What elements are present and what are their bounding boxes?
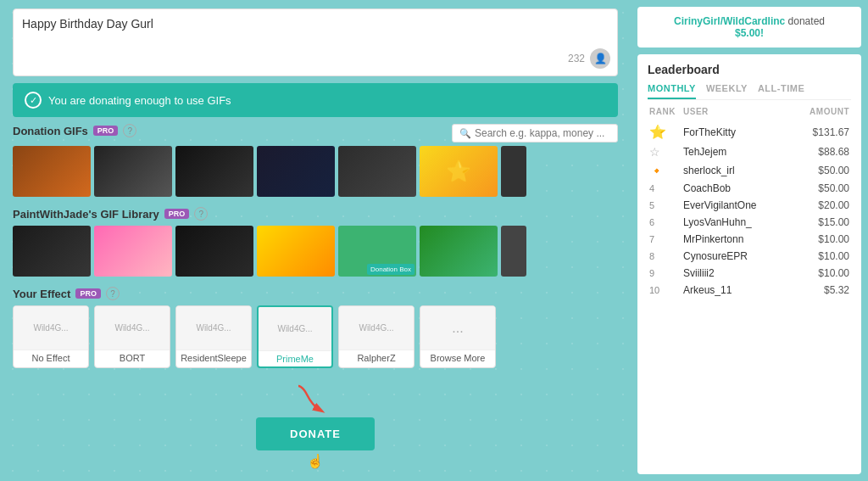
gif-item[interactable]	[175, 146, 253, 197]
lb-rank-cell: 6	[649, 216, 683, 228]
lb-amount-cell: $20.00	[790, 199, 849, 211]
effect-thumb: Wild4G...	[339, 306, 414, 350]
search-input[interactable]	[475, 127, 610, 139]
gif-item[interactable]	[94, 146, 172, 197]
lb-rank-cell: ⭐	[649, 124, 683, 140]
leaderboard-row: 9 Sviiliii2 $10.00	[648, 265, 851, 282]
lb-user-cell: Sviiliii2	[683, 267, 790, 279]
your-effect-pro-badge: PRO	[75, 288, 101, 299]
your-effect-header: Your Effect PRO ?	[13, 287, 618, 300]
lb-rank-cell: 4	[649, 182, 683, 194]
effect-label: RalpherZ	[339, 350, 414, 366]
lb-rank-cell: ☆	[649, 145, 683, 159]
lb-user-cell: Arkeus_11	[683, 284, 790, 296]
effect-residentsleepe[interactable]: Wild4G... ResidentSleepe	[175, 305, 252, 368]
lb-rank-num: 7	[649, 234, 654, 244]
donation-gifs-section: Donation GIFs PRO ? 🔍 ⭐	[13, 124, 618, 197]
lb-user-cell: EverVigilantOne	[683, 199, 790, 211]
lb-rank-num: 9	[649, 268, 654, 278]
lb-rank-num: 6	[649, 217, 654, 227]
donation-notice: ✓ You are donating enough to use GIFs	[13, 83, 618, 117]
donation-gifs-title: Donation GIFs	[13, 125, 88, 137]
leaderboard-row: ⭐ ForTheKitty $131.67	[648, 121, 851, 143]
effect-ralpherz[interactable]: Wild4G... RalpherZ	[338, 305, 415, 368]
donate-button[interactable]: DONATE	[256, 417, 375, 450]
effect-thumb: ...	[420, 306, 495, 350]
notification-highlight: CirinyGirl/WildCardlinc	[674, 15, 785, 27]
effect-thumb: Wild4G...	[95, 306, 170, 350]
gif-item[interactable]: Donation Box	[338, 226, 416, 277]
gif-item-partial	[501, 146, 526, 197]
lb-rank-num: 4	[649, 183, 654, 193]
gif-item[interactable]	[257, 146, 335, 197]
lb-rank-icon: ☆	[649, 145, 660, 159]
leaderboard-row: 10 Arkeus_11 $5.32	[648, 282, 851, 299]
notification-card: CirinyGirl/WildCardlinc donated $5.00!	[637, 7, 861, 48]
gif-item[interactable]	[175, 226, 253, 277]
effect-thumb: Wild4G...	[14, 306, 88, 350]
lb-col-rank: RANK	[649, 107, 683, 116]
effect-no-effect[interactable]: Wild4G... No Effect	[13, 305, 89, 368]
lb-user-cell: ForTheKitty	[683, 126, 790, 138]
lb-amount-cell: $10.00	[790, 233, 849, 245]
notification-text: CirinyGirl/WildCardlinc donated $5.00!	[646, 15, 853, 39]
search-icon: 🔍	[459, 128, 471, 139]
char-count: 232	[568, 53, 585, 64]
leaderboard-row: ☆ TehJejem $88.68	[648, 143, 851, 161]
lb-amount-cell: $5.32	[790, 284, 849, 296]
leaderboard-title: Leaderboard	[648, 63, 851, 76]
lb-rank-cell: 10	[649, 284, 683, 296]
lb-rank-num: 10	[649, 285, 659, 295]
lb-amount-cell: $10.00	[790, 250, 849, 262]
gif-item[interactable]	[94, 226, 172, 277]
paintwithjane-help-icon[interactable]: ?	[194, 207, 208, 221]
leaderboard-rows: ⭐ ForTheKitty $131.67 ☆ TehJejem $88.68 …	[648, 121, 851, 299]
effect-thumb: Wild4G...	[176, 306, 251, 350]
your-effect-help-icon[interactable]: ?	[106, 287, 120, 300]
lb-tab-weekly[interactable]: WEEKLY	[706, 83, 748, 99]
leaderboard-tabs: MONTHLY WEEKLY ALL-TIME	[648, 83, 851, 100]
lb-rank-num: 8	[649, 251, 654, 261]
arrow-icon	[290, 382, 341, 416]
lb-amount-cell: $50.00	[790, 182, 849, 194]
leaderboard-row: 4 CoachBob $50.00	[648, 180, 851, 197]
lb-amount-cell: $131.67	[790, 126, 849, 138]
donation-gifs-header: Donation GIFs PRO ?	[13, 124, 136, 137]
avatar: 👤	[590, 48, 610, 69]
donation-gifs-help-icon[interactable]: ?	[123, 124, 136, 137]
lb-user-cell: CynosureEPR	[683, 250, 790, 262]
gif-item[interactable]	[13, 226, 91, 277]
search-box[interactable]: 🔍	[452, 124, 618, 143]
message-box: Happy Birthday Day Gurl 232 👤	[13, 8, 618, 76]
lb-user-cell: MrPinkertonn	[683, 233, 790, 245]
gif-item[interactable]	[420, 226, 498, 277]
donation-gifs-grid: ⭐	[13, 146, 618, 197]
arrow-container	[290, 382, 341, 416]
check-icon: ✓	[25, 92, 42, 109]
lb-amount-cell: $10.00	[790, 267, 849, 279]
paintwithjane-header: PaintWithJade's GIF Library PRO ?	[13, 207, 618, 221]
leaderboard-row: 8 CynosureEPR $10.00	[648, 248, 851, 265]
gif-item[interactable]	[338, 146, 416, 197]
effect-grid: Wild4G... No Effect Wild4G... BORT Wild4…	[13, 305, 618, 368]
effect-label: No Effect	[14, 350, 88, 366]
gif-item[interactable]	[257, 226, 335, 277]
paintwithjane-pro-badge: PRO	[164, 209, 190, 219]
effect-browse-more[interactable]: ... Browse More	[420, 305, 496, 368]
lb-user-cell: TehJejem	[683, 146, 790, 158]
lb-tab-alltime[interactable]: ALL-TIME	[758, 83, 804, 99]
effect-bort[interactable]: Wild4G... BORT	[94, 305, 170, 368]
effect-label: BORT	[95, 350, 170, 366]
lb-user-cell: LyosVanHuhn_	[683, 216, 790, 228]
leaderboard-row: 🔸 sherlock_irl $50.00	[648, 161, 851, 180]
right-panel: CirinyGirl/WildCardlinc donated $5.00! L…	[631, 0, 868, 481]
donation-notice-text: You are donating enough to use GIFs	[48, 94, 231, 107]
lb-col-user: USER	[683, 107, 790, 116]
lb-amount-cell: $15.00	[790, 216, 849, 228]
effect-primeme[interactable]: Wild4G... PrimeMe	[257, 305, 333, 368]
lb-rank-icon: 🔸	[649, 164, 664, 177]
lb-tab-monthly[interactable]: MONTHLY	[648, 83, 696, 99]
gif-item[interactable]: ⭐	[420, 146, 498, 197]
leaderboard-row: 5 EverVigilantOne $20.00	[648, 197, 851, 214]
gif-item[interactable]	[13, 146, 91, 197]
